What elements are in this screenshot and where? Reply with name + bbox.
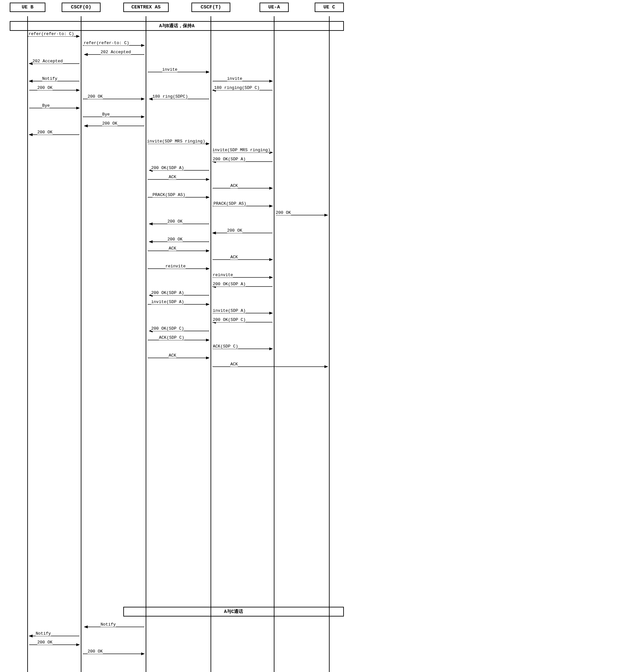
- msg-invite-sdpmrs1: invite(SDP MRS ringing): [147, 139, 205, 144]
- msg-bye-ueb: Bye: [42, 103, 49, 108]
- msg-200ok-ueb2: 200 OK: [37, 130, 53, 135]
- msg-200ok-centrex2: 200 OK: [168, 219, 183, 224]
- msg-ack5: ACK: [169, 353, 176, 358]
- msg-notify-cscfo: Notify: [101, 622, 116, 627]
- entity-cscft: CSCF(T): [191, 3, 230, 12]
- msg-invite-sdpa1: invite(SDP A): [151, 299, 184, 304]
- entity-centrex: CENTREX AS: [123, 3, 169, 12]
- msg-200sdpc-cscft: 200 OK(SDP C): [151, 326, 184, 331]
- msg-200sdpa-cscft1: 200 OK(SDP A): [151, 166, 184, 170]
- msg-200sdpa-uea2: 200 OK(SDP A): [213, 282, 245, 287]
- msg-200ok-cscfo1: 200 OK: [102, 121, 117, 126]
- msg-prack1: PRACK(SDP AS): [152, 192, 185, 197]
- msg-prack2: PRACK(SDP AS): [213, 201, 246, 206]
- msg-200ok-ueb3: 200 OK: [37, 640, 53, 645]
- msg-200ok-centrex3: 200 OK: [168, 237, 183, 242]
- entity-uea: UE-A: [260, 3, 289, 12]
- msg-refer-cscfo: refer(refer-to: C): [84, 40, 129, 45]
- msg-ack4: ACK: [230, 255, 238, 260]
- msg-acksdpc1: ACK(SDP C): [159, 335, 184, 340]
- banner-ac: A与C通话: [123, 607, 344, 616]
- msg-refer-ueb: refer(refer-to: C): [28, 31, 74, 36]
- msg-invite-sdpmrs2: invite(SDP MRS ringing): [212, 148, 270, 153]
- banner-ab: A与B通话，保持A: [10, 21, 344, 31]
- entity-uec: UE C: [315, 3, 344, 12]
- msg-180-uea: 180 ringing(SDP C): [214, 85, 260, 90]
- msg-bye-cscfo: Bye: [102, 112, 110, 117]
- msg-200ok-ueb1: 200 OK: [37, 85, 53, 90]
- msg-200sdpa-uea1: 200 OK(SDP A): [213, 157, 245, 162]
- entity-ueb: UE B: [10, 3, 45, 12]
- msg-202-ueb: 202 Accepted: [32, 59, 63, 64]
- msg-notify-ueb: Notify: [42, 76, 58, 81]
- msg-200sdpa-cscft2: 200 OK(SDP A): [151, 290, 184, 295]
- msg-reinvite2: reinvite: [213, 273, 233, 277]
- msg-acksdpc2: ACK(SDP C): [213, 344, 238, 349]
- msg-200ok-centrex1: 200 OK: [88, 94, 103, 99]
- msg-200ok-centrex4: 200 OK: [88, 649, 103, 654]
- msg-reinvite1: reinvite: [166, 264, 186, 269]
- msg-ack3: ACK: [169, 246, 176, 251]
- msg-ack2: ACK: [230, 183, 238, 188]
- msg-ack1: ACK: [169, 175, 176, 179]
- entity-cscfo: CSCF(O): [62, 3, 101, 12]
- msg-notify-ueb2: Notify: [36, 631, 51, 636]
- msg-ack6: ACK: [230, 362, 238, 367]
- msg-180ring: 180 ring(SDPC): [152, 94, 188, 99]
- msg-200sdpc-uea: 200 OK(SDP C): [213, 317, 245, 322]
- msg-invite-uea: invite: [227, 76, 242, 81]
- msg-invite-cscft: invite: [162, 67, 178, 72]
- sequence-diagram: UE B CSCF(O) CENTREX AS CSCF(T) UE-A UE …: [0, 0, 618, 672]
- msg-invite-sdpa2: invite(SDP A): [213, 308, 245, 313]
- sequence-arrows: [0, 0, 618, 672]
- msg-200ok-uea2: 200 OK: [227, 228, 242, 233]
- msg-200ok-uec: 200 OK: [276, 210, 291, 215]
- msg-202-centrex: 202 Accepted: [101, 50, 131, 55]
